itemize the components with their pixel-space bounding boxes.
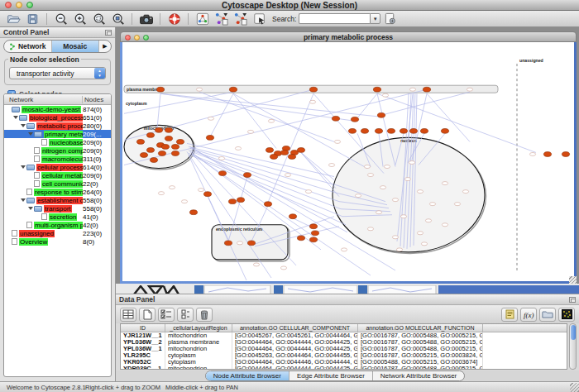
- network-node[interactable]: [288, 155, 295, 160]
- tab-edge-attribute-browser[interactable]: Edge Attribute Browser: [290, 371, 373, 380]
- tree-row[interactable]: Overview8(0): [4, 237, 111, 246]
- network-node-unselected[interactable]: [280, 266, 286, 270]
- tab-network-attribute-browser[interactable]: Network Attribute Browser: [373, 371, 464, 380]
- column-header[interactable]: annotation.GO CELLULAR_COMPONENT: [232, 324, 358, 332]
- network-node-unselected[interactable]: [404, 178, 410, 181]
- zoom-in-button[interactable]: [70, 12, 89, 26]
- network-node[interactable]: [218, 171, 226, 176]
- network-node[interactable]: [156, 87, 164, 92]
- tree-row[interactable]: establishment of lo558(0): [4, 196, 111, 204]
- network-node-unselected[interactable]: [218, 156, 224, 160]
- network-node[interactable]: [400, 128, 407, 133]
- network-node[interactable]: [158, 151, 165, 156]
- nodes-column-header[interactable]: Nodes: [83, 96, 111, 103]
- tree-row[interactable]: cell communicat22(0): [4, 179, 111, 188]
- new-attribute-button[interactable]: [139, 308, 156, 322]
- zoom-fit-button[interactable]: [89, 12, 108, 26]
- network-node-unselected[interactable]: [247, 130, 253, 133]
- network-node-unselected[interactable]: [400, 215, 406, 218]
- attribute-grid-button[interactable]: [120, 308, 136, 322]
- network-node-unselected[interactable]: [380, 186, 385, 189]
- tree-row[interactable]: secretion41(0): [4, 213, 111, 221]
- network-node-unselected[interactable]: [392, 198, 398, 202]
- view-minimize-button[interactable]: [134, 35, 140, 41]
- search-dropdown-arrow[interactable]: ▼: [370, 13, 380, 24]
- network-node-unselected[interactable]: [409, 160, 414, 164]
- network-view-titlebar[interactable]: primary metabolic process: [120, 31, 577, 42]
- network-node-unselected[interactable]: [309, 100, 315, 103]
- network-node[interactable]: [270, 155, 277, 160]
- more-tabs-button[interactable]: ▶: [99, 41, 111, 52]
- apply-layout-button[interactable]: [212, 12, 231, 26]
- tree-row[interactable]: response to stimulu264(0): [4, 188, 111, 196]
- network-node-unselected[interactable]: [341, 248, 347, 251]
- search-input[interactable]: [299, 13, 370, 24]
- zoom-selected-button[interactable]: [108, 12, 127, 26]
- network-node[interactable]: [361, 128, 368, 133]
- network-node-unselected[interactable]: [367, 174, 373, 177]
- network-node[interactable]: [309, 237, 317, 242]
- network-node-unselected[interactable]: [417, 232, 423, 235]
- zoom-window-button[interactable]: [26, 2, 33, 8]
- float-panel-icon[interactable]: [105, 30, 112, 36]
- zoom-out-button[interactable]: [51, 12, 70, 26]
- network-node[interactable]: [311, 231, 318, 236]
- network-node-unselected[interactable]: [384, 165, 390, 169]
- network-canvas[interactable]: plasma membranecytoplasmmitochondrionnuc…: [122, 42, 574, 281]
- network-node[interactable]: [373, 87, 380, 92]
- network-node[interactable]: [348, 128, 356, 133]
- expander-triangle-icon[interactable]: [21, 198, 26, 202]
- network-node-unselected[interactable]: [396, 248, 402, 251]
- delete-attribute-button[interactable]: [196, 308, 213, 322]
- network-node-unselected[interactable]: [268, 119, 274, 122]
- network-node-unselected[interactable]: [442, 223, 447, 227]
- tree-row[interactable]: macromolecule311(0): [4, 155, 111, 163]
- network-node[interactable]: [189, 210, 197, 215]
- network-node[interactable]: [332, 116, 339, 121]
- network-node-unselected[interactable]: [235, 146, 241, 150]
- network-node[interactable]: [136, 140, 144, 145]
- window-resize-grip[interactable]: [570, 383, 579, 392]
- network-node[interactable]: [165, 127, 172, 132]
- save-session-button[interactable]: [23, 12, 42, 26]
- network-node-unselected[interactable]: [169, 186, 175, 189]
- network-node[interactable]: [289, 214, 296, 219]
- tree-row[interactable]: nitrogen compo209(0): [4, 146, 111, 155]
- network-node[interactable]: [423, 87, 430, 92]
- expander-triangle-icon[interactable]: [28, 132, 33, 136]
- column-header[interactable]: annotation.GO MOLECULAR_FUNCTION: [358, 324, 483, 332]
- network-node[interactable]: [228, 199, 236, 204]
- network-node-unselected[interactable]: [429, 203, 435, 206]
- column-header[interactable]: ID: [121, 324, 165, 332]
- tab-network[interactable]: Network: [4, 41, 52, 52]
- network-node[interactable]: [161, 145, 169, 150]
- network-node[interactable]: [297, 236, 304, 241]
- network-node[interactable]: [203, 192, 211, 197]
- network-node-unselected[interactable]: [454, 203, 460, 206]
- network-node-unselected[interactable]: [421, 242, 427, 246]
- tree-row[interactable]: cellular metabol209(0): [4, 171, 111, 179]
- column-header[interactable]: _cellularLayoutRegion: [165, 324, 232, 332]
- expander-triangle-icon[interactable]: [21, 124, 26, 127]
- network-node[interactable]: [224, 241, 232, 246]
- network-node[interactable]: [375, 128, 382, 133]
- network-node-unselected[interactable]: [376, 211, 381, 214]
- apply-layout-alt-button[interactable]: [231, 12, 250, 26]
- network-column-header[interactable]: Network: [4, 96, 83, 103]
- network-node-unselected[interactable]: [328, 164, 334, 167]
- network-node-unselected[interactable]: [237, 241, 242, 245]
- network-node-unselected[interactable]: [417, 190, 423, 194]
- network-node-unselected[interactable]: [392, 236, 398, 239]
- select-attributes-button[interactable]: [158, 308, 175, 322]
- network-node-unselected[interactable]: [367, 227, 373, 231]
- minimize-window-button[interactable]: [16, 2, 22, 8]
- unselect-attributes-button[interactable]: [177, 308, 194, 322]
- table-row[interactable]: YPL036W__2plasma membrane[GO:0044464, GO…: [121, 339, 567, 346]
- network-node-unselected[interactable]: [181, 200, 187, 203]
- table-row[interactable]: YDR039C__1mitochondrion[GO:0044464, GO:0…: [121, 366, 567, 370]
- network-node[interactable]: [140, 153, 147, 158]
- network-node[interactable]: [377, 112, 385, 117]
- network-node-unselected[interactable]: [442, 182, 447, 185]
- open-session-button[interactable]: [4, 12, 23, 26]
- table-row[interactable]: YPL036W__1mitochondrion[GO:0044464, GO:0…: [121, 346, 567, 352]
